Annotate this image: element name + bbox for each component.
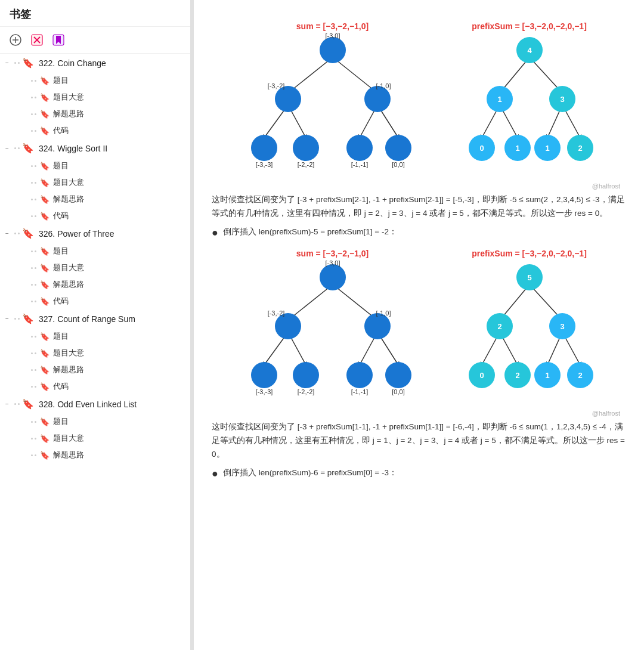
svg-text:0: 0 (479, 144, 484, 153)
svg-line-49 (333, 284, 377, 320)
sub-item-327-0[interactable]: 🔖 题目 (0, 328, 190, 345)
sub-item-326-0[interactable]: 🔖 题目 (0, 243, 190, 259)
svg-text:[-3,0]: [-3,0] (325, 32, 340, 39)
sum-label-1: sum = [−3,−2,−1,0] (296, 21, 369, 31)
bookmark-icon-326: 🔖 (22, 228, 34, 239)
svg-text:[-2,-2]: [-2,-2] (297, 161, 314, 168)
svg-text:[-1,-1]: [-1,-1] (351, 161, 368, 168)
svg-text:5: 5 (527, 273, 531, 282)
sub-item-324-1[interactable]: 🔖 题目大意 (0, 174, 190, 191)
sub-item-326-3[interactable]: 🔖 代码 (0, 293, 190, 309)
sub-item-324-2[interactable]: 🔖 解题思路 (0, 191, 190, 208)
svg-text:4: 4 (527, 46, 532, 55)
svg-point-14 (320, 37, 346, 63)
bullet-item-1: ● 倒序插入 len(prefixSum)-5 = prefixSum[1] =… (212, 227, 626, 240)
watermark-1: @halfrost (212, 182, 626, 190)
bookmark-icon-322: 🔖 (22, 57, 34, 69)
section-title-322: 322. Coin Change (39, 58, 106, 68)
bullet-dot-1: ● (212, 227, 218, 240)
svg-line-48 (288, 284, 333, 320)
section-328: − 🔖 328. Odd Even Linked List 🔖 题目 🔖 题目大… (0, 395, 190, 463)
sidebar-title: 书签 (0, 0, 190, 27)
collapse-icon-328: − (2, 400, 12, 409)
svg-text:2: 2 (497, 322, 501, 331)
sub-item-327-3[interactable]: 🔖 代码 (0, 378, 190, 395)
svg-text:[-1,0]: [-1,0] (376, 309, 391, 317)
section-327: − 🔖 327. Count of Range Sum 🔖 题目 🔖 题目大意 (0, 309, 190, 395)
svg-text:[-1,0]: [-1,0] (376, 82, 391, 89)
sub-item-322-2[interactable]: 🔖 解题思路 (0, 106, 190, 122)
section-326: − 🔖 326. Power of Three 🔖 题目 🔖 题目大意 (0, 224, 190, 309)
svg-text:[-1,-1]: [-1,-1] (351, 388, 368, 395)
section-322-header[interactable]: − 🔖 322. Coin Change (0, 54, 190, 72)
svg-text:[-2,-2]: [-2,-2] (297, 388, 314, 395)
svg-text:1: 1 (545, 144, 549, 153)
svg-point-15 (275, 86, 301, 112)
add-bookmark-button[interactable] (7, 32, 24, 48)
right-tree-2: prefixSum = [−3,−2,0,−2,0,−1] (461, 249, 598, 404)
section-322-items: 🔖 题目 🔖 题目大意 🔖 解题思路 🔖 代码 (0, 72, 190, 139)
bookmark-icon-328: 🔖 (22, 398, 34, 410)
sidebar-content: − 🔖 322. Coin Change 🔖 题目 🔖 题目大意 (0, 54, 190, 650)
svg-point-16 (364, 86, 391, 112)
svg-point-56 (364, 313, 391, 339)
svg-text:[-3,-2]: [-3,-2] (267, 82, 284, 89)
sub-item-322-1[interactable]: 🔖 题目大意 (0, 89, 190, 106)
sub-item-328-1[interactable]: 🔖 题目大意 (0, 430, 190, 447)
sub-item-322-0[interactable]: 🔖 题目 (0, 72, 190, 89)
svg-line-8 (288, 57, 333, 93)
diagram-section-1: sum = [−3,−2,−1,0] (212, 21, 626, 177)
svg-text:2: 2 (515, 371, 519, 380)
section-title-328: 328. Odd Even Linked List (39, 400, 137, 409)
section-327-header[interactable]: − 🔖 327. Count of Range Sum (0, 309, 190, 328)
manage-bookmark-button[interactable] (50, 32, 67, 48)
section-title-324: 324. Wiggle Sort II (39, 144, 107, 153)
sub-item-327-1[interactable]: 🔖 题目大意 (0, 345, 190, 361)
right-tree-1: prefixSum = [−3,−2,0,−2,0,−1] (461, 21, 598, 177)
svg-text:[-3,0]: [-3,0] (325, 259, 340, 267)
sub-item-327-2[interactable]: 🔖 解题思路 (0, 361, 190, 378)
section-324-items: 🔖 题目 🔖 题目大意 🔖 解题思路 🔖 代码 (0, 157, 190, 224)
svg-point-20 (385, 135, 411, 161)
sub-item-324-3[interactable]: 🔖 代码 (0, 208, 190, 224)
sidebar-toolbar (0, 27, 190, 54)
delete-bookmark-button[interactable] (29, 32, 45, 48)
svg-text:[-3,-3]: [-3,-3] (255, 161, 273, 168)
section-328-header[interactable]: − 🔖 328. Odd Even Linked List (0, 395, 190, 413)
svg-text:[0,0]: [0,0] (392, 388, 404, 395)
text-block-1: 这时候查找区间变为了 [-3 + prefixSum[2-1], -1 + pr… (212, 193, 626, 221)
left-tree-2: sum = [−3,−2,−1,0] (240, 249, 425, 404)
svg-text:0: 0 (479, 371, 484, 380)
sub-item-324-0[interactable]: 🔖 题目 (0, 157, 190, 174)
svg-point-18 (293, 135, 319, 161)
sub-item-326-1[interactable]: 🔖 题目大意 (0, 259, 190, 276)
sub-item-328-0[interactable]: 🔖 题目 (0, 413, 190, 430)
section-326-header[interactable]: − 🔖 326. Power of Three (0, 224, 190, 243)
svg-point-54 (320, 264, 346, 290)
section-326-items: 🔖 题目 🔖 题目大意 🔖 解题思路 🔖 代码 (0, 243, 190, 309)
section-324: − 🔖 324. Wiggle Sort II 🔖 题目 🔖 题目大意 (0, 139, 190, 224)
svg-point-59 (346, 362, 373, 388)
svg-text:2: 2 (578, 144, 582, 153)
bookmark-icon-327: 🔖 (22, 313, 34, 324)
svg-text:3: 3 (560, 322, 564, 331)
bullet-text-2: 倒序插入 len(prefixSum)-6 = prefixSum[0] = -… (223, 468, 397, 478)
section-324-header[interactable]: − 🔖 324. Wiggle Sort II (0, 139, 190, 157)
diagram-row-2: sum = [−3,−2,−1,0] (212, 249, 626, 404)
collapse-icon-327: − (2, 314, 12, 324)
bullet-item-2: ● 倒序插入 len(prefixSum)-6 = prefixSum[0] =… (212, 468, 626, 481)
sub-item-322-3[interactable]: 🔖 代码 (0, 122, 190, 139)
section-title-326: 326. Power of Three (39, 229, 114, 239)
bullet-dot-2: ● (212, 468, 218, 481)
svg-text:1: 1 (497, 95, 501, 104)
svg-point-57 (251, 362, 277, 388)
sub-item-326-2[interactable]: 🔖 解题思路 (0, 276, 190, 293)
svg-text:[0,0]: [0,0] (392, 161, 404, 168)
section-327-items: 🔖 题目 🔖 题目大意 🔖 解题思路 🔖 代码 (0, 328, 190, 395)
svg-text:[-3,-2]: [-3,-2] (267, 309, 284, 317)
sub-item-328-2[interactable]: 🔖 解题思路 (0, 447, 190, 463)
svg-point-60 (385, 362, 411, 388)
svg-text:2: 2 (578, 371, 582, 380)
section-title-327: 327. Count of Range Sum (39, 314, 135, 324)
svg-text:[-3,-3]: [-3,-3] (255, 388, 273, 395)
